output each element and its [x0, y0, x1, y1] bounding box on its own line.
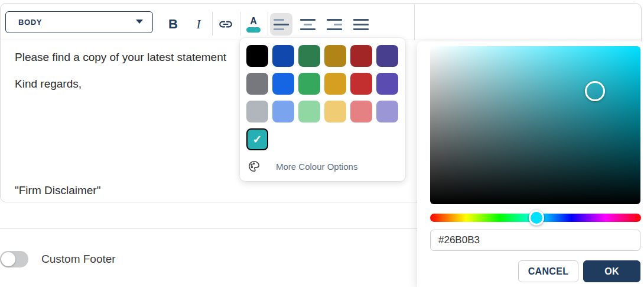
align-center-icon [300, 19, 316, 30]
italic-button[interactable]: I [187, 13, 210, 36]
toolbar-divider [240, 12, 240, 36]
align-justify-icon [353, 19, 369, 30]
chevron-down-icon [136, 20, 143, 24]
color-swatch[interactable] [272, 101, 294, 122]
link-icon [218, 17, 233, 32]
ok-button[interactable]: OK [583, 260, 640, 282]
align-center-button[interactable] [297, 13, 319, 36]
insert-link-button[interactable] [214, 13, 237, 36]
text-color-button[interactable]: A [242, 13, 265, 36]
editor-text-line[interactable]: Please find a copy of your latest statem… [15, 51, 226, 64]
more-colour-options-label: More Colour Options [276, 162, 357, 172]
align-right-icon [327, 19, 342, 30]
color-palette-popup: ✓ More Colour Options [240, 38, 405, 181]
color-swatch[interactable] [350, 45, 372, 67]
color-swatch[interactable] [324, 73, 346, 95]
color-swatch[interactable] [246, 101, 268, 122]
email-template-editor-page: BODY B I A [0, 0, 644, 287]
bold-button[interactable]: B [162, 13, 184, 36]
custom-footer-row: Custom Footer [0, 250, 116, 268]
color-swatch[interactable] [350, 73, 372, 95]
rich-text-toolbar: BODY B I A [1, 4, 641, 40]
color-swatch[interactable] [246, 45, 268, 67]
align-left-icon [274, 19, 289, 30]
color-swatch[interactable] [272, 73, 294, 95]
palette-grid [246, 45, 399, 122]
hue-slider[interactable] [430, 214, 641, 222]
toolbar-divider [212, 12, 213, 36]
cancel-button[interactable]: CANCEL [518, 260, 578, 282]
paragraph-format-dropdown[interactable]: BODY [5, 11, 153, 33]
check-icon: ✓ [253, 133, 262, 146]
editor-text-line[interactable]: "Firm Disclaimer" [15, 184, 100, 197]
palette-icon [248, 160, 261, 173]
color-swatch[interactable] [298, 45, 320, 67]
selected-color-swatch[interactable]: ✓ [246, 128, 268, 150]
paragraph-format-value: BODY [6, 18, 42, 27]
italic-icon: I [197, 17, 201, 32]
color-swatch[interactable] [298, 101, 320, 122]
color-swatch[interactable] [246, 73, 268, 95]
color-swatch[interactable] [376, 45, 398, 67]
saturation-cursor[interactable] [585, 81, 605, 101]
color-swatch[interactable] [272, 45, 294, 67]
color-swatch[interactable] [298, 73, 320, 95]
align-left-button[interactable] [270, 13, 292, 36]
text-color-icon: A [246, 17, 261, 33]
bold-icon: B [168, 17, 178, 32]
toolbar-divider [268, 12, 268, 36]
more-colour-options-button[interactable]: More Colour Options [246, 160, 399, 173]
align-right-button[interactable] [323, 13, 346, 36]
toggle-knob [1, 252, 15, 266]
color-swatch[interactable] [350, 101, 372, 122]
align-justify-button[interactable] [350, 13, 372, 36]
picker-actions: CANCEL OK [430, 260, 640, 282]
editor-text-line[interactable]: Kind regards, [15, 78, 82, 91]
hex-color-input[interactable] [430, 230, 640, 251]
custom-footer-toggle[interactable] [0, 251, 28, 267]
color-swatch[interactable] [324, 45, 346, 67]
custom-footer-label: Custom Footer [41, 253, 116, 266]
hue-slider-thumb[interactable] [529, 210, 544, 225]
pane-divider [414, 4, 415, 40]
color-swatch[interactable] [376, 101, 398, 122]
saturation-brightness-field[interactable] [430, 46, 640, 204]
color-swatch[interactable] [376, 73, 398, 95]
color-swatch[interactable] [324, 101, 346, 122]
color-picker-panel: CANCEL OK [417, 41, 644, 287]
